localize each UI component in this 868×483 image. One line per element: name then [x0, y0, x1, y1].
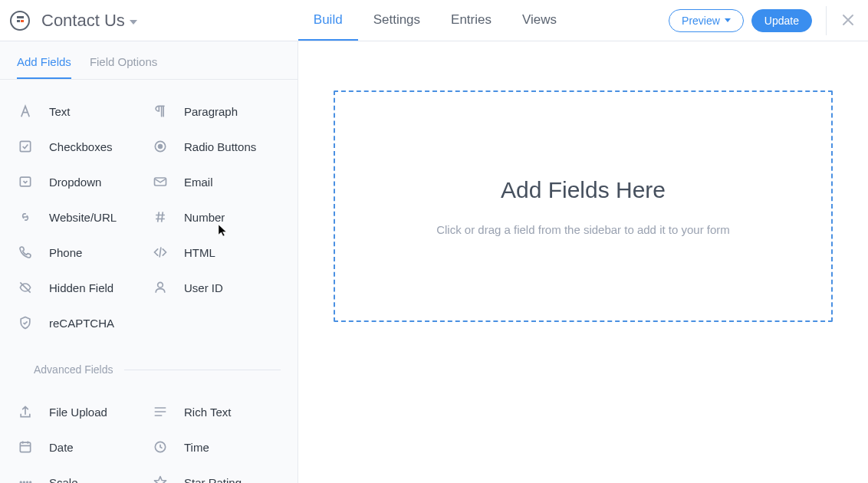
field-label: Dropdown	[49, 176, 101, 189]
field-item-paragraph[interactable]: Paragraph	[150, 94, 282, 129]
close-icon	[842, 14, 854, 26]
field-label: Scale	[49, 476, 78, 484]
field-item-user-id[interactable]: User ID	[150, 270, 282, 305]
code-icon	[150, 245, 170, 260]
field-item-radio-buttons[interactable]: Radio Buttons	[150, 129, 282, 164]
field-label: User ID	[184, 281, 223, 294]
font-icon	[15, 104, 35, 119]
link-icon	[15, 209, 35, 225]
chevron-down-icon	[130, 20, 137, 25]
user-icon	[150, 280, 170, 295]
sidebar-tabs: Add Fields Field Options	[0, 41, 298, 80]
scale-icon	[15, 475, 35, 483]
field-label: Website/URL	[49, 211, 117, 224]
advanced-fields-grid: File UploadRich TextDateTimeScaleStar Ra…	[0, 380, 298, 483]
svg-rect-2	[17, 20, 20, 22]
field-label: Hidden Field	[49, 281, 113, 294]
phone-icon	[15, 245, 35, 260]
upload-icon	[15, 404, 35, 419]
field-label: File Upload	[49, 406, 107, 419]
calendar-icon	[15, 439, 35, 455]
field-label: Radio Buttons	[184, 140, 256, 153]
sidebar: Add Fields Field Options TextParagraphCh…	[0, 41, 298, 483]
separator	[826, 6, 827, 35]
tab-entries[interactable]: Entries	[436, 0, 507, 41]
field-item-star-rating[interactable]: Star Rating	[150, 465, 282, 483]
dropzone[interactable]: Add Fields Here Click or drag a field fr…	[334, 90, 833, 322]
field-item-html[interactable]: HTML	[150, 235, 282, 270]
checkbox-icon	[15, 139, 35, 154]
email-icon	[150, 174, 170, 189]
chevron-down-icon	[725, 18, 731, 22]
field-item-rich-text[interactable]: Rich Text	[150, 394, 282, 429]
field-item-recaptcha[interactable]: reCAPTCHA	[15, 305, 147, 340]
field-item-checkboxes[interactable]: Checkboxes	[15, 129, 147, 164]
field-item-number[interactable]: Number	[150, 199, 282, 235]
hash-icon	[150, 209, 170, 225]
svg-rect-1	[17, 16, 24, 18]
tab-views[interactable]: Views	[507, 0, 572, 41]
form-title: Contact Us	[41, 11, 125, 31]
app-logo	[9, 10, 31, 31]
paragraph-icon	[150, 104, 170, 119]
field-label: Phone	[49, 246, 82, 259]
preview-label: Preview	[682, 15, 720, 27]
field-item-scale[interactable]: Scale	[15, 465, 147, 483]
field-label: Paragraph	[184, 105, 238, 118]
svg-rect-10	[20, 442, 30, 452]
sidebar-tab-add-fields[interactable]: Add Fields	[17, 55, 71, 79]
svg-rect-4	[20, 141, 30, 151]
field-item-website-url[interactable]: Website/URL	[15, 199, 147, 235]
basic-fields-grid: TextParagraphCheckboxesRadio ButtonsDrop…	[0, 80, 298, 350]
field-item-time[interactable]: Time	[150, 429, 282, 465]
field-label: Text	[49, 105, 71, 118]
advanced-fields-header: Advanced Fields	[0, 350, 298, 380]
radio-icon	[150, 139, 170, 154]
star-icon	[150, 475, 170, 483]
field-item-file-upload[interactable]: File Upload	[15, 394, 147, 429]
shield-icon	[15, 315, 35, 330]
svg-rect-7	[20, 177, 30, 186]
update-label: Update	[764, 15, 799, 27]
preview-button[interactable]: Preview	[669, 9, 744, 32]
field-item-dropdown[interactable]: Dropdown	[15, 164, 147, 199]
field-label: Time	[184, 441, 209, 454]
list-icon	[150, 404, 170, 419]
close-button[interactable]	[840, 12, 856, 29]
field-label: Star Rating	[184, 476, 242, 484]
svg-point-6	[158, 144, 163, 149]
field-label: Checkboxes	[49, 140, 113, 153]
dropdown-icon	[15, 174, 35, 189]
field-item-date[interactable]: Date	[15, 429, 147, 465]
svg-rect-3	[21, 20, 24, 22]
field-label: Rich Text	[184, 406, 231, 419]
field-item-phone[interactable]: Phone	[15, 235, 147, 270]
form-canvas: Add Fields Here Click or drag a field fr…	[298, 41, 868, 483]
hidden-icon	[15, 280, 35, 295]
header: Contact Us Build Settings Entries Views …	[0, 0, 868, 41]
field-item-hidden-field[interactable]: Hidden Field	[15, 270, 147, 305]
field-label: Number	[184, 211, 225, 224]
form-title-dropdown[interactable]: Contact Us	[41, 11, 137, 31]
field-label: HTML	[184, 246, 215, 259]
svg-point-9	[158, 282, 163, 288]
field-item-text[interactable]: Text	[15, 94, 147, 129]
field-item-email[interactable]: Email	[150, 164, 282, 199]
clock-icon	[150, 439, 170, 455]
dropzone-title: Add Fields Here	[501, 177, 666, 203]
field-label: reCAPTCHA	[49, 317, 114, 330]
field-label: Email	[184, 176, 213, 189]
update-button[interactable]: Update	[751, 9, 812, 32]
sidebar-tab-field-options[interactable]: Field Options	[90, 55, 157, 79]
field-label: Date	[49, 441, 74, 454]
tab-settings[interactable]: Settings	[358, 0, 436, 41]
dropzone-subtitle: Click or drag a field from the sidebar t…	[436, 223, 730, 236]
main-tabs: Build Settings Entries Views	[298, 0, 572, 41]
tab-build[interactable]: Build	[298, 0, 358, 41]
